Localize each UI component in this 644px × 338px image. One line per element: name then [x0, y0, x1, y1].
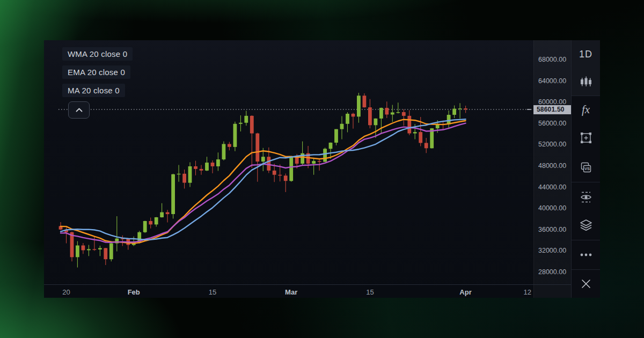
candle: [233, 124, 237, 147]
candle: [295, 157, 299, 164]
candle: [255, 134, 259, 162]
close-button[interactable]: [572, 269, 600, 298]
x-axis-label: Apr: [459, 288, 471, 296]
candle: [464, 108, 467, 109]
legend-item-wma-label: WMA 20 close 0: [62, 47, 133, 61]
svg-text:VS: VS: [584, 166, 589, 171]
indicator-line-wma[interactable]: [61, 120, 466, 244]
x-axis-label: Feb: [128, 288, 140, 296]
candle: [346, 114, 349, 124]
price-axis[interactable]: 68000.0064000.0060000.0056000.0052000.00…: [533, 40, 571, 298]
candle: [385, 108, 389, 114]
candle: [205, 163, 209, 171]
candle: [379, 108, 383, 119]
candles-icon: [580, 76, 592, 88]
candle: [200, 169, 203, 171]
candle: [273, 171, 276, 175]
candle: [402, 112, 406, 116]
layers-icon: [579, 219, 593, 232]
interval-label: 1D: [579, 49, 592, 60]
candle: [374, 119, 378, 125]
candle: [458, 108, 462, 109]
legend-item-ema[interactable]: EMA 20 close 0: [62, 65, 133, 79]
y-axis-label: 44000.00: [538, 183, 566, 192]
candle: [155, 217, 158, 224]
y-axis-label: 56000.00: [538, 119, 566, 128]
legend-item-ma[interactable]: MA 20 close 0: [62, 84, 133, 97]
close-icon: [580, 277, 592, 290]
candle: [149, 221, 152, 224]
candle: [323, 149, 327, 161]
candle: [222, 144, 226, 159]
candle: [261, 157, 265, 161]
candle: [76, 246, 79, 258]
chevron-up-icon: [74, 106, 85, 114]
y-axis-label: 40000.00: [538, 204, 566, 212]
y-axis-label: 32000.00: [538, 246, 566, 255]
interval-button[interactable]: 1D: [572, 40, 600, 68]
candle: [143, 221, 147, 232]
frame-expand-button[interactable]: [572, 123, 600, 152]
legend-item-wma[interactable]: WMA 20 close 0: [62, 47, 133, 61]
candle: [407, 116, 411, 134]
candle: [239, 123, 243, 124]
candle: [87, 249, 91, 250]
versus-icon: VS: [580, 161, 592, 174]
ellipsis-icon: [579, 248, 593, 261]
legend-item-ma-label: MA 20 close 0: [62, 84, 125, 97]
candle: [284, 175, 288, 181]
x-axis-label: 12: [524, 288, 531, 296]
candle: [171, 174, 175, 214]
candle: [211, 163, 215, 166]
candle: [250, 116, 254, 134]
candle: [82, 246, 85, 251]
candle: [93, 249, 97, 249]
y-axis-label: 52000.00: [538, 140, 566, 149]
hide-drawings-button[interactable]: [572, 182, 600, 211]
y-axis-label: 68000.00: [538, 55, 566, 64]
candle: [447, 115, 451, 124]
legend-item-ema-label: EMA 20 close 0: [62, 65, 130, 79]
candle: [413, 132, 417, 134]
last-price-tag: 58601.50: [533, 105, 571, 114]
indicators-button[interactable]: fx: [572, 95, 600, 123]
right-toolbar: 1D fx VS: [571, 40, 600, 298]
candle: [182, 174, 186, 183]
last-price-value: 58601.50: [537, 106, 565, 113]
candle: [244, 116, 248, 123]
candle: [278, 175, 282, 176]
compare-button[interactable]: VS: [572, 152, 600, 182]
frame-plus-icon: [580, 131, 592, 144]
candle: [329, 143, 333, 149]
candle: [318, 161, 321, 162]
chart-style-button[interactable]: [572, 68, 600, 95]
x-axis-label: 15: [366, 288, 374, 296]
eye-dashed-icon: [579, 190, 593, 203]
chart-widget: WMA 20 close 0 EMA 20 close 0 MA 20 clos…: [44, 40, 600, 298]
x-axis-label: Mar: [285, 288, 297, 296]
time-axis[interactable]: 20Feb15Mar15Apr12: [44, 284, 571, 298]
candle: [352, 114, 355, 116]
y-axis-label: 48000.00: [538, 161, 566, 170]
more-button[interactable]: [572, 240, 600, 269]
candle: [166, 212, 170, 215]
x-axis-label: 20: [62, 288, 70, 296]
candle: [334, 129, 338, 143]
layers-button[interactable]: [572, 211, 600, 240]
candle: [452, 109, 456, 115]
legend-collapse-button[interactable]: [68, 101, 90, 119]
candle: [425, 143, 428, 148]
candle: [194, 166, 197, 169]
candle: [160, 212, 164, 217]
x-axis-label: 15: [209, 288, 216, 296]
candle: [289, 157, 293, 181]
indicator-line-ema[interactable]: [61, 123, 466, 243]
candle: [104, 248, 107, 259]
y-axis-label: 64000.00: [538, 77, 566, 85]
indicator-line-ma[interactable]: [61, 119, 466, 240]
candle: [340, 124, 344, 129]
candle: [391, 113, 394, 115]
candle: [267, 157, 270, 171]
candle: [228, 144, 231, 146]
y-axis-label: 36000.00: [538, 225, 566, 234]
